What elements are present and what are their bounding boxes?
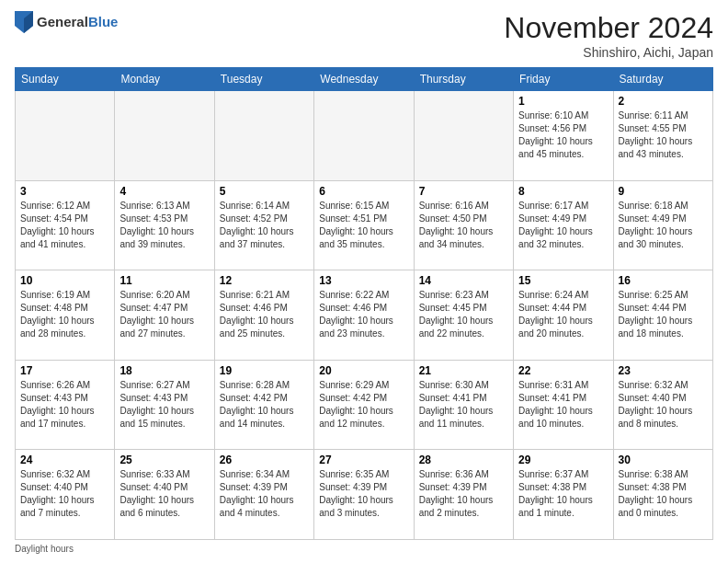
day-info: Sunrise: 6:10 AM Sunset: 4:56 PM Dayligh… [518, 109, 608, 161]
calendar-cell: 7Sunrise: 6:16 AM Sunset: 4:50 PM Daylig… [414, 180, 513, 270]
calendar-cell: 30Sunrise: 6:38 AM Sunset: 4:38 PM Dayli… [613, 450, 712, 540]
day-number: 7 [419, 185, 508, 198]
footer: Daylight hours [15, 544, 713, 554]
day-info: Sunrise: 6:37 AM Sunset: 4:38 PM Dayligh… [518, 468, 608, 520]
calendar-cell: 19Sunrise: 6:28 AM Sunset: 4:42 PM Dayli… [214, 360, 313, 450]
day-number: 20 [319, 364, 408, 377]
day-number: 10 [20, 274, 109, 287]
header: GeneralBlue November 2024 Shinshiro, Aic… [15, 11, 713, 60]
calendar-cell: 5Sunrise: 6:14 AM Sunset: 4:52 PM Daylig… [214, 180, 313, 270]
calendar-cell: 10Sunrise: 6:19 AM Sunset: 4:48 PM Dayli… [16, 270, 115, 361]
logo-blue: Blue [88, 14, 119, 29]
day-info: Sunrise: 6:28 AM Sunset: 4:42 PM Dayligh… [220, 379, 309, 431]
calendar-cell: 1Sunrise: 6:10 AM Sunset: 4:56 PM Daylig… [514, 91, 613, 181]
calendar-header-wednesday: Wednesday [314, 68, 414, 91]
day-number: 11 [119, 274, 209, 287]
day-info: Sunrise: 6:13 AM Sunset: 4:53 PM Dayligh… [119, 200, 209, 251]
day-info: Sunrise: 6:22 AM Sunset: 4:46 PM Dayligh… [319, 289, 408, 340]
calendar-header-tuesday: Tuesday [214, 68, 313, 91]
day-info: Sunrise: 6:32 AM Sunset: 4:40 PM Dayligh… [619, 379, 708, 431]
day-info: Sunrise: 6:11 AM Sunset: 4:55 PM Dayligh… [619, 109, 708, 161]
calendar-cell [16, 91, 115, 181]
day-info: Sunrise: 6:24 AM Sunset: 4:44 PM Dayligh… [518, 289, 608, 340]
calendar-cell: 15Sunrise: 6:24 AM Sunset: 4:44 PM Dayli… [514, 270, 613, 361]
logo: GeneralBlue [15, 11, 118, 33]
day-number: 6 [319, 185, 408, 198]
calendar-week-2: 3Sunrise: 6:12 AM Sunset: 4:54 PM Daylig… [16, 180, 713, 270]
calendar-cell: 24Sunrise: 6:32 AM Sunset: 4:40 PM Dayli… [16, 450, 115, 540]
day-info: Sunrise: 6:19 AM Sunset: 4:48 PM Dayligh… [20, 289, 109, 340]
day-info: Sunrise: 6:12 AM Sunset: 4:54 PM Dayligh… [20, 200, 109, 251]
calendar-cell: 3Sunrise: 6:12 AM Sunset: 4:54 PM Daylig… [16, 180, 115, 270]
logo-text: GeneralBlue [37, 14, 118, 30]
day-number: 27 [319, 454, 408, 466]
day-info: Sunrise: 6:29 AM Sunset: 4:42 PM Dayligh… [319, 379, 408, 431]
day-number: 2 [619, 95, 708, 108]
daylight-hours-label: Daylight hours [15, 544, 74, 554]
day-info: Sunrise: 6:14 AM Sunset: 4:52 PM Dayligh… [220, 200, 309, 251]
day-info: Sunrise: 6:30 AM Sunset: 4:41 PM Dayligh… [419, 379, 508, 431]
day-info: Sunrise: 6:34 AM Sunset: 4:39 PM Dayligh… [220, 468, 309, 520]
day-info: Sunrise: 6:27 AM Sunset: 4:43 PM Dayligh… [119, 379, 209, 431]
day-number: 30 [619, 454, 708, 466]
calendar-cell [314, 91, 414, 181]
calendar-header-saturday: Saturday [613, 68, 712, 91]
day-info: Sunrise: 6:23 AM Sunset: 4:45 PM Dayligh… [419, 289, 508, 340]
day-info: Sunrise: 6:15 AM Sunset: 4:51 PM Dayligh… [319, 200, 408, 251]
calendar-cell: 12Sunrise: 6:21 AM Sunset: 4:46 PM Dayli… [214, 270, 313, 361]
calendar-header-row: SundayMondayTuesdayWednesdayThursdayFrid… [16, 68, 713, 91]
calendar-cell [115, 91, 214, 181]
day-number: 18 [119, 364, 209, 377]
day-number: 23 [619, 364, 708, 377]
location: Shinshiro, Aichi, Japan [504, 45, 713, 60]
page: GeneralBlue November 2024 Shinshiro, Aic… [0, 0, 728, 563]
day-number: 22 [518, 364, 608, 377]
day-info: Sunrise: 6:32 AM Sunset: 4:40 PM Dayligh… [20, 468, 109, 520]
day-number: 25 [119, 454, 209, 466]
calendar-cell: 21Sunrise: 6:30 AM Sunset: 4:41 PM Dayli… [414, 360, 513, 450]
day-number: 19 [220, 364, 309, 377]
calendar-cell: 29Sunrise: 6:37 AM Sunset: 4:38 PM Dayli… [514, 450, 613, 540]
calendar-header-friday: Friday [514, 68, 613, 91]
day-info: Sunrise: 6:26 AM Sunset: 4:43 PM Dayligh… [20, 379, 109, 431]
day-number: 28 [419, 454, 508, 466]
calendar-cell: 14Sunrise: 6:23 AM Sunset: 4:45 PM Dayli… [414, 270, 513, 361]
day-number: 15 [518, 274, 608, 287]
calendar-header-monday: Monday [115, 68, 214, 91]
calendar-week-3: 10Sunrise: 6:19 AM Sunset: 4:48 PM Dayli… [16, 270, 713, 361]
day-info: Sunrise: 6:38 AM Sunset: 4:38 PM Dayligh… [619, 468, 708, 520]
calendar-week-1: 1Sunrise: 6:10 AM Sunset: 4:56 PM Daylig… [16, 91, 713, 181]
day-number: 17 [20, 364, 109, 377]
day-number: 12 [220, 274, 309, 287]
calendar-cell: 27Sunrise: 6:35 AM Sunset: 4:39 PM Dayli… [314, 450, 414, 540]
calendar-header-thursday: Thursday [414, 68, 513, 91]
day-info: Sunrise: 6:35 AM Sunset: 4:39 PM Dayligh… [319, 468, 408, 520]
calendar-cell: 9Sunrise: 6:18 AM Sunset: 4:49 PM Daylig… [613, 180, 712, 270]
day-number: 24 [20, 454, 109, 466]
calendar-cell [214, 91, 313, 181]
day-info: Sunrise: 6:18 AM Sunset: 4:49 PM Dayligh… [619, 200, 708, 251]
day-info: Sunrise: 6:21 AM Sunset: 4:46 PM Dayligh… [220, 289, 309, 340]
day-number: 14 [419, 274, 508, 287]
calendar-week-4: 17Sunrise: 6:26 AM Sunset: 4:43 PM Dayli… [16, 360, 713, 450]
day-number: 26 [220, 454, 309, 466]
calendar-cell: 28Sunrise: 6:36 AM Sunset: 4:39 PM Dayli… [414, 450, 513, 540]
calendar-cell: 13Sunrise: 6:22 AM Sunset: 4:46 PM Dayli… [314, 270, 414, 361]
day-number: 13 [319, 274, 408, 287]
calendar-cell: 22Sunrise: 6:31 AM Sunset: 4:41 PM Dayli… [514, 360, 613, 450]
calendar-cell [414, 91, 513, 181]
day-number: 21 [419, 364, 508, 377]
day-info: Sunrise: 6:17 AM Sunset: 4:49 PM Dayligh… [518, 200, 608, 251]
generalblue-logo-icon [15, 11, 33, 33]
day-info: Sunrise: 6:25 AM Sunset: 4:44 PM Dayligh… [619, 289, 708, 340]
day-number: 29 [518, 454, 608, 466]
calendar-cell: 8Sunrise: 6:17 AM Sunset: 4:49 PM Daylig… [514, 180, 613, 270]
day-number: 9 [619, 185, 708, 198]
day-number: 5 [220, 185, 309, 198]
day-number: 16 [619, 274, 708, 287]
calendar-cell: 18Sunrise: 6:27 AM Sunset: 4:43 PM Dayli… [115, 360, 214, 450]
calendar-cell: 26Sunrise: 6:34 AM Sunset: 4:39 PM Dayli… [214, 450, 313, 540]
calendar-cell: 2Sunrise: 6:11 AM Sunset: 4:55 PM Daylig… [613, 91, 712, 181]
day-info: Sunrise: 6:31 AM Sunset: 4:41 PM Dayligh… [518, 379, 608, 431]
day-info: Sunrise: 6:20 AM Sunset: 4:47 PM Dayligh… [119, 289, 209, 340]
